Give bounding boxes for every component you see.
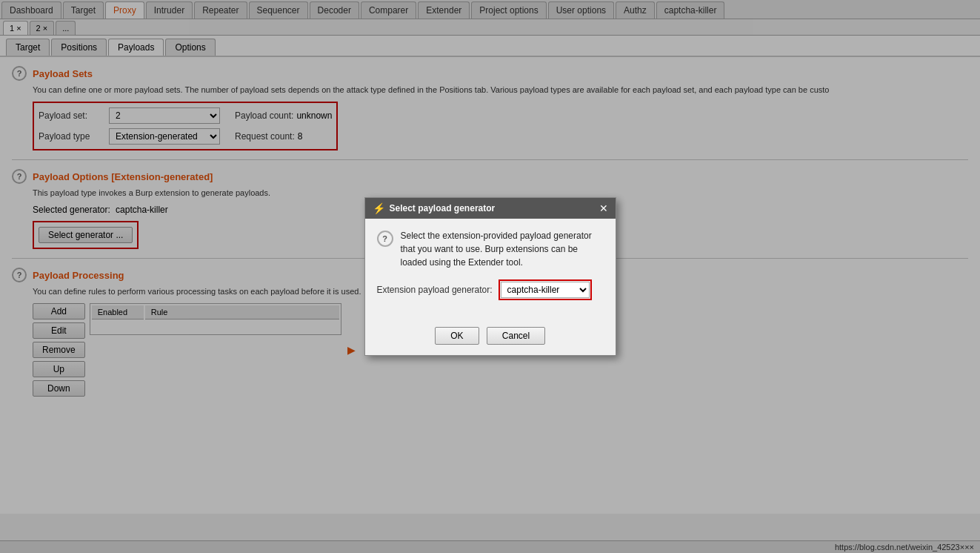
modal-body: ? Select the extension-provided payload …: [365, 219, 616, 321]
modal-question-icon: ?: [377, 231, 393, 247]
modal-description: Select the extension-provided payload ge…: [401, 229, 604, 269]
modal-footer: OK Cancel: [365, 321, 616, 355]
select-payload-generator-modal: ⚡ Select payload generator ✕ ? Select th…: [364, 197, 616, 356]
modal-field-row: Extension payload generator: captcha-kil…: [377, 279, 604, 300]
modal-title: ⚡ Select payload generator: [373, 202, 496, 214]
extension-payload-select[interactable]: captcha-killer: [501, 282, 590, 298]
modal-desc-row: ? Select the extension-provided payload …: [377, 229, 604, 269]
modal-select-highlight: captcha-killer: [499, 279, 592, 300]
modal-header: ⚡ Select payload generator ✕: [365, 198, 616, 219]
burp-icon: ⚡: [373, 202, 385, 214]
modal-overlay: ⚡ Select payload generator ✕ ? Select th…: [0, 0, 980, 514]
modal-cancel-button[interactable]: Cancel: [487, 327, 545, 345]
extension-payload-label: Extension payload generator:: [377, 285, 493, 295]
modal-title-text: Select payload generator: [390, 203, 496, 213]
modal-ok-button[interactable]: OK: [435, 327, 479, 345]
modal-close-button[interactable]: ✕: [599, 202, 608, 214]
